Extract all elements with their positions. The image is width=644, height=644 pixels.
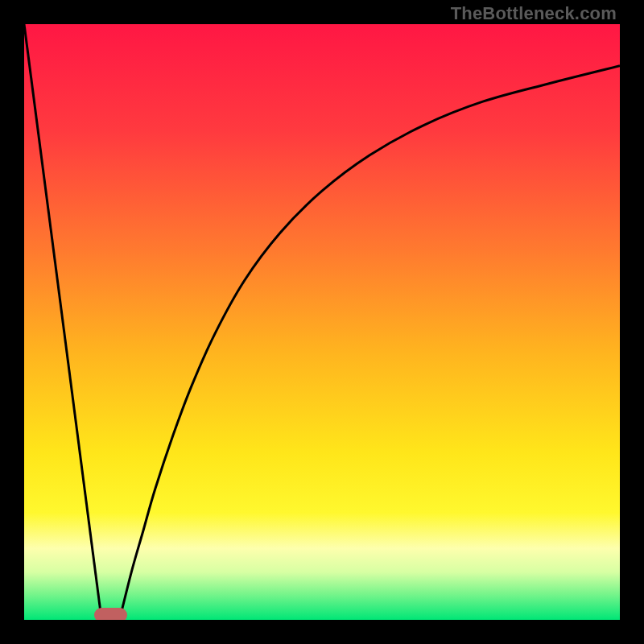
chart-curves [24,24,620,620]
watermark-text: TheBottleneck.com [451,3,617,24]
plot-area [24,24,620,620]
chart-frame: TheBottleneck.com [0,0,644,644]
right-curve-line [119,66,620,620]
left-slope-line [24,24,101,620]
bottleneck-marker [94,608,127,620]
